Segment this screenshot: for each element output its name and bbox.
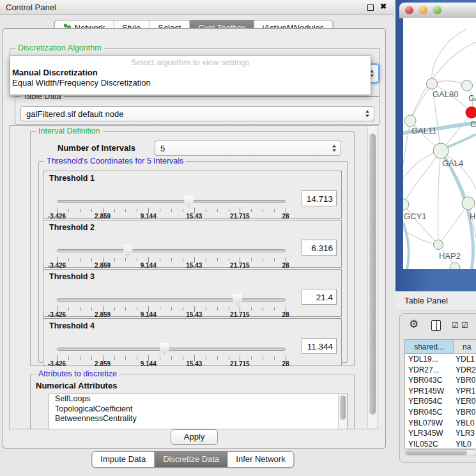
threshold-slider-thumb[interactable] <box>123 245 133 257</box>
combo-stepper-icon[interactable] <box>332 145 337 152</box>
table-header-na[interactable]: na <box>454 340 476 354</box>
network-node[interactable] <box>434 240 443 250</box>
table-cell[interactable]: YPR1 <box>454 386 476 397</box>
algorithm-option-manual-discretization[interactable]: Manual Discretization <box>10 68 371 77</box>
attribute-item-topologicalcoefficient[interactable]: TopologicalCoefficient <box>49 404 347 415</box>
threshold-value-field[interactable]: 11.344 <box>302 338 337 354</box>
control-panel-titlebar: Control Panel ✖ <box>0 0 394 15</box>
table-cell[interactable]: YDR27... <box>405 365 454 376</box>
slider-tick-label: -3.426 <box>48 262 66 269</box>
cyni-toolbox-panel: Discretization Algorithm Select algorith… <box>3 28 386 449</box>
network-node[interactable] <box>433 143 449 158</box>
slider-tick-label: 2.859 <box>95 311 111 318</box>
float-window-icon[interactable] <box>367 4 374 11</box>
table-cell[interactable]: YER0 <box>454 396 476 407</box>
table-cell[interactable]: YLR3 <box>454 428 476 439</box>
threshold-slider-thumb[interactable] <box>160 343 169 356</box>
slider-tick-label: 15.43 <box>186 311 202 318</box>
network-node-label: GAL11 <box>411 126 437 135</box>
zoom-light[interactable] <box>433 6 441 14</box>
threshold-value-field[interactable]: 14.713 <box>302 190 337 206</box>
network-node-label: GAL80 <box>433 89 458 99</box>
threshold-slider-track[interactable] <box>57 298 286 302</box>
table-cell[interactable]: YBL079W <box>405 418 454 429</box>
list-scrollbar-thumb[interactable] <box>340 395 346 420</box>
table-cell[interactable]: YIL0 <box>454 439 476 449</box>
network-canvas[interactable]: GAL80GACGAL11GAL4GCY1HHAP2 <box>403 18 476 269</box>
table-row[interactable]: YIL052CYIL0 <box>405 439 476 449</box>
network-node[interactable] <box>462 197 475 210</box>
table-horizontal-scrollbar[interactable] <box>404 449 476 456</box>
table-cell[interactable]: YBR043C <box>405 375 454 386</box>
combo-stepper-icon[interactable] <box>365 111 370 118</box>
tab-impute-data[interactable]: Impute Data <box>92 452 154 467</box>
table-row[interactable]: YPR145WYPR1 <box>405 386 476 397</box>
table-cell[interactable]: YBR0 <box>454 375 476 386</box>
table-row[interactable]: YDR27...YDR2 <box>405 365 476 376</box>
checkbox-icon[interactable]: ☑ <box>461 321 468 330</box>
network-node[interactable] <box>427 79 438 89</box>
table-data-combobox[interactable]: galFiltered.sif default node <box>20 106 374 121</box>
slider-tick-label: 21.715 <box>230 213 250 220</box>
table-cell[interactable]: YDR2 <box>454 365 476 376</box>
attributes-group: Attributes to discretize Numerical Attri… <box>30 374 355 429</box>
network-node[interactable] <box>404 115 416 127</box>
table-cell[interactable]: YPR145W <box>405 386 454 397</box>
network-node[interactable] <box>462 81 473 91</box>
table-horizontal-scrollbar-thumb[interactable] <box>406 450 467 455</box>
threshold-slider-track[interactable] <box>57 348 286 351</box>
network-node-label: H <box>470 211 475 221</box>
interval-definition-title: Interval Definition <box>36 127 103 135</box>
close-icon[interactable]: ✖ <box>380 2 387 11</box>
threshold-slider-thumb[interactable] <box>233 294 242 307</box>
network-node[interactable] <box>450 263 460 269</box>
table-cell[interactable]: YLR345W <box>405 428 454 439</box>
slider-tick <box>68 258 69 261</box>
table-row[interactable]: YLR345WYLR3 <box>405 428 476 439</box>
panel-scrollbar-thumb[interactable] <box>369 134 376 415</box>
table-row[interactable]: YDL19...YDL1 <box>405 354 476 365</box>
close-light[interactable] <box>405 6 413 14</box>
gear-icon[interactable]: ⚙ <box>409 318 418 331</box>
minimize-light[interactable] <box>419 6 427 14</box>
tab-label: Infer Network <box>236 452 285 467</box>
table-cell[interactable]: YER054C <box>405 396 454 407</box>
table-cell[interactable]: YDL1 <box>454 354 476 365</box>
table-data-combobox-value: galFiltered.sif default node <box>26 109 123 119</box>
threshold-value-field[interactable]: 21.4 <box>302 289 337 305</box>
table-row[interactable]: YBR045CYBR0 <box>405 407 476 418</box>
table-row[interactable]: YBR043CYBR0 <box>405 375 476 386</box>
table-cell[interactable]: YBR0 <box>454 407 476 418</box>
checkbox-icon[interactable]: ☑ <box>452 321 459 330</box>
table-cell[interactable]: YDL19... <box>405 354 454 365</box>
attribute-item-selfloops[interactable]: SelfLoops <box>49 394 347 404</box>
slider-tick <box>137 307 137 311</box>
network-edge <box>403 121 410 164</box>
tab-infer-network[interactable]: Infer Network <box>227 452 293 467</box>
table-row[interactable]: YER054CYER0 <box>405 396 476 407</box>
network-node[interactable] <box>466 107 476 118</box>
attribute-item-betweennesscentrality[interactable]: BetweennessCentrality <box>49 414 347 424</box>
list-scrollbar[interactable] <box>338 394 347 429</box>
number-of-intervals-combobox[interactable]: 5 <box>155 141 341 156</box>
numerical-attributes-label: Numerical Attributes <box>36 381 117 390</box>
table-cell[interactable]: YBL0 <box>454 418 476 429</box>
slider-tick-label: 21.715 <box>230 262 250 269</box>
apply-button[interactable]: Apply <box>171 429 218 445</box>
network-node[interactable] <box>403 199 409 210</box>
number-of-intervals-label: Number of Intervals <box>58 143 135 153</box>
slider-tick <box>160 209 160 212</box>
threshold-value-field[interactable]: 6.316 <box>302 240 337 256</box>
threshold-slider-thumb[interactable] <box>184 196 194 208</box>
table-cell[interactable]: YBR045C <box>405 407 454 418</box>
tab-discretize-data[interactable]: Discretize Data <box>154 452 227 467</box>
table-cell[interactable]: YIL052C <box>405 439 454 449</box>
algorithm-option-equal-width-frequency-discretization[interactable]: Equal Width/Frequency Discretization <box>10 78 371 88</box>
panel-scrollbar[interactable] <box>367 126 378 427</box>
split-columns-icon[interactable] <box>431 320 441 331</box>
threshold-slider-track[interactable] <box>57 200 286 203</box>
threshold-slider-track[interactable] <box>57 249 286 252</box>
table-header-shared[interactable]: shared... <box>405 340 454 354</box>
table-row[interactable]: YBL079WYBL0 <box>405 418 476 429</box>
slider-tick <box>183 258 183 261</box>
